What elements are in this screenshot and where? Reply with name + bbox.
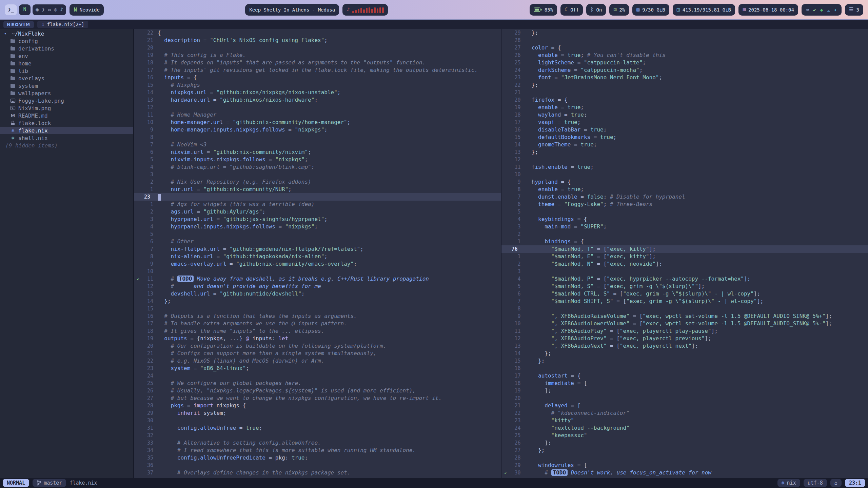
code-line[interactable]: 18 # It gives the name "inputs" to the .…: [134, 327, 501, 335]
telegram-icon[interactable]: ✈: [833, 7, 837, 12]
code-line[interactable]: 29 };: [501, 29, 868, 37]
code-line[interactable]: 34 # I read somewhere that this is more …: [134, 447, 501, 454]
code-line[interactable]: 27 # but because we want to change the n…: [134, 394, 501, 402]
code-line[interactable]: 20 firefox = {: [501, 96, 868, 104]
tree-item-wallpapers[interactable]: wallpapers: [0, 89, 133, 97]
code-line[interactable]: 23: [134, 193, 501, 201]
code-line[interactable]: 2: [501, 230, 868, 238]
nextcloud-icon[interactable]: ☁: [826, 7, 830, 12]
code-line[interactable]: 13 devshell.url = "github:numtide/devshe…: [134, 290, 501, 298]
code-line[interactable]: 7 # NeoVim <3: [134, 141, 501, 148]
code-line[interactable]: 26 # Usually, "nixpkgs.legacyPackages.${…: [134, 387, 501, 394]
code-line[interactable]: 4 hyprpanel.inputs.nixpkgs.follows = "ni…: [134, 223, 501, 230]
workspace[interactable]: N: [19, 4, 31, 15]
code-line[interactable]: 19 outputs = {nixpkgs, ...} @ inputs: le…: [134, 335, 501, 342]
count-module[interactable]: ☰ 3: [845, 4, 863, 16]
code-line[interactable]: 1 nur.url = "github:nix-community/NUR";: [134, 186, 501, 193]
tree-root[interactable]: ▾~/NixFlake: [0, 30, 133, 37]
code-line[interactable]: 21 description = "ChUrl's NixOS config u…: [134, 37, 501, 44]
code-line[interactable]: 18 wayland = true;: [501, 111, 868, 119]
code-line[interactable]: ✓11 # TODO Move away from devshell, as i…: [134, 275, 501, 283]
code-line[interactable]: 25 # We configure our global packages he…: [134, 380, 501, 387]
code-line[interactable]: 22 };: [501, 81, 868, 89]
cpu-module[interactable]: ⊡ 2%: [609, 4, 629, 16]
code-line[interactable]: 22 # e.g. NixOS (linux) and MacOS (darwi…: [134, 357, 501, 365]
code-line[interactable]: 35 config.allowUnfreePredicate = pkg: tr…: [134, 454, 501, 462]
battery-module[interactable]: 85%: [530, 4, 557, 16]
code-line[interactable]: 24 darkScheme = "catppuccin-mocha";: [501, 66, 868, 74]
code-line[interactable]: 24: [134, 372, 501, 380]
code-line[interactable]: 22 # "kdeconnect-indicator": [501, 409, 868, 417]
code-line[interactable]: 14 };: [501, 350, 868, 357]
window-title-module[interactable]: N Neovide: [70, 4, 104, 16]
code-line[interactable]: 20 # Our configuration is buildable on t…: [134, 342, 501, 350]
code-line[interactable]: 26 ];: [501, 439, 868, 447]
code-line[interactable]: 10: [134, 268, 501, 275]
code-line[interactable]: 15 # Nixpkgs: [134, 81, 501, 89]
code-line[interactable]: 23 "kitty": [501, 417, 868, 424]
code-line[interactable]: 9 ", XF86AudioRaiseVolume" = ["exec, wpc…: [501, 312, 868, 320]
code-line[interactable]: 6 "$mainMod CTRL, S" = ["exec, grim -g \…: [501, 290, 868, 298]
code-line[interactable]: 8 nix-alien.url = "github:thiagokokada/n…: [134, 253, 501, 260]
memory-module[interactable]: ▤ 9/30 GiB: [632, 4, 669, 16]
night-light-module[interactable]: ☾ Off: [560, 4, 583, 16]
code-line[interactable]: 14 gnomeTheme = true;: [501, 141, 868, 148]
code-line[interactable]: 14 nixpkgs.url = "github:nixos/nixpkgs/n…: [134, 89, 501, 96]
code-line[interactable]: 14 };: [134, 298, 501, 305]
code-line[interactable]: 3 hyprpanel.url = "github:jas-singhfsu/h…: [134, 216, 501, 223]
code-line[interactable]: 30: [134, 417, 501, 424]
code-line[interactable]: 33 # Alternative to setting config.allow…: [134, 439, 501, 447]
code-line[interactable]: 4 "$mainMod, P" = ["exec, hyprpicker --a…: [501, 275, 868, 283]
code-line[interactable]: 17 vaapi = true;: [501, 119, 868, 126]
code-line[interactable]: 8 enable = true;: [501, 186, 868, 193]
code-line[interactable]: 21: [501, 89, 868, 96]
code-line[interactable]: 10: [501, 171, 868, 178]
code-line[interactable]: 37 # Overlays define changes in the nixp…: [134, 469, 501, 476]
tree-item-shell-nix[interactable]: ❄shell.nix: [0, 134, 133, 142]
code-line[interactable]: 7 "$mainMod SHIFT, S" = ["exec, grim -g …: [501, 298, 868, 305]
code-line[interactable]: 12: [134, 104, 501, 111]
code-line[interactable]: 1 bindings = {: [501, 238, 868, 245]
tab-flake-nix[interactable]: 1 flake.nix[2+]: [37, 21, 88, 28]
editor-pane-left[interactable]: 22{21 description = "ChUrl's NixOS confi…: [134, 29, 501, 478]
code-line[interactable]: 8: [501, 305, 868, 312]
code-line[interactable]: 16 inputs = {: [134, 74, 501, 81]
code-line[interactable]: 11 fish.enable = true;: [501, 163, 868, 171]
keepassxc-icon[interactable]: ◆: [820, 7, 824, 12]
code-line[interactable]: 36: [134, 462, 501, 469]
code-line[interactable]: 17 autostart = {: [501, 372, 868, 380]
code-line[interactable]: 23 font = "JetBrainsMono Nerd Font Mono"…: [501, 74, 868, 81]
code-line[interactable]: 19 enable = true;: [501, 104, 868, 111]
code-line[interactable]: 27 color = {: [501, 44, 868, 52]
code-line[interactable]: 31 config.allowUnfree = true;: [134, 424, 501, 432]
code-line[interactable]: 3: [134, 171, 501, 178]
code-line[interactable]: 2 "$mainMod, N" = ["exec, neovide"];: [501, 260, 868, 268]
code-line[interactable]: 3 main-mod = "SUPER";: [501, 223, 868, 230]
tree-item-env[interactable]: env: [0, 52, 133, 60]
code-line[interactable]: 11 ", XF86AudioPlay" = ["exec, playerctl…: [501, 327, 868, 335]
code-line[interactable]: 16 # Outputs is a function that takes th…: [134, 312, 501, 320]
editor-pane-right[interactable]: 29 };2827 color = {26 enable = true; # Y…: [501, 29, 868, 478]
code-line[interactable]: 25 "keepassxc": [501, 432, 868, 439]
tree-item-readme-md[interactable]: MREADME.md: [0, 112, 133, 119]
code-line[interactable]: 2 # Nix User Repository (e.g. Firefox ad…: [134, 178, 501, 186]
code-line[interactable]: 26 enable = true; # You can't disable th…: [501, 52, 868, 59]
tree-item-config[interactable]: config: [0, 37, 133, 45]
code-line[interactable]: 18 # It depends on "inputs" that are pas…: [134, 59, 501, 66]
code-line[interactable]: 4 # blink-cmp.url = "github:saghen/blink…: [134, 163, 501, 171]
tree-item-lib[interactable]: lib: [0, 67, 133, 75]
tree-item-flake-nix[interactable]: ❄flake.nix: [0, 127, 133, 134]
code-line[interactable]: 4 keybindings = {: [501, 216, 868, 223]
code-line[interactable]: 12: [501, 156, 868, 163]
tree-item-overlays[interactable]: overlays: [0, 75, 133, 82]
code-line[interactable]: 12 ", XF86AudioPrev" = ["exec, playerctl…: [501, 335, 868, 342]
code-line[interactable]: 1 # Ags for widgets (this was a terrible…: [134, 201, 501, 208]
code-line[interactable]: 7 nix-flatpak.url = "github:gmodena/nix-…: [134, 245, 501, 253]
code-line[interactable]: 19 # This config is a Flake.: [134, 52, 501, 59]
code-line[interactable]: 5 nixvim.inputs.nixpkgs.follows = "nixpk…: [134, 156, 501, 163]
code-line[interactable]: 1 "$mainMod, E" = ["exec, kitty"];: [501, 253, 868, 260]
code-line[interactable]: 15: [134, 305, 501, 312]
code-line[interactable]: 9 emacs-overlay.url = "github:nix-commun…: [134, 260, 501, 268]
code-line[interactable]: 10 home-manager.url = "github:nix-commun…: [134, 119, 501, 126]
code-line[interactable]: 29 windowrules = [: [501, 462, 868, 469]
